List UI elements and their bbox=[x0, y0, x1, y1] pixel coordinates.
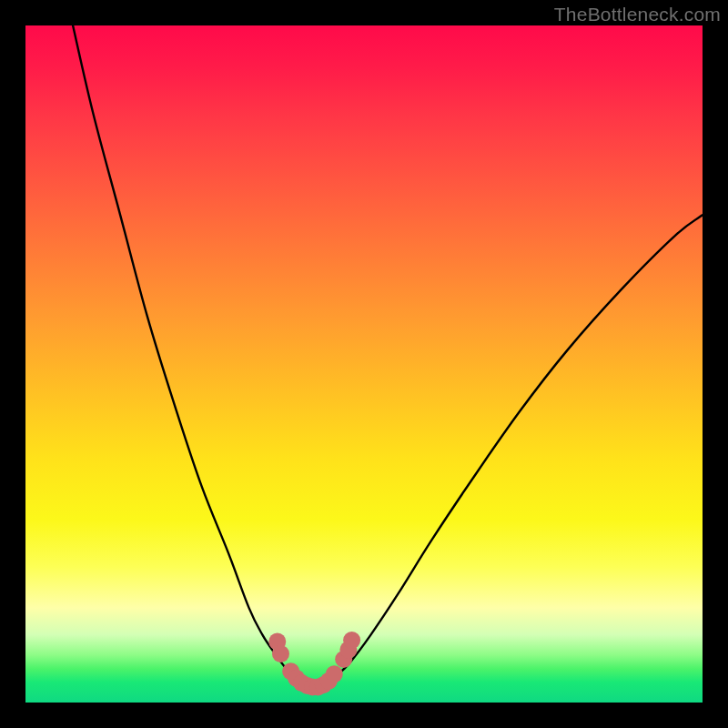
watermark-text: TheBottleneck.com bbox=[554, 4, 721, 25]
chart-svg bbox=[25, 25, 703, 703]
series-curve-right bbox=[323, 215, 703, 685]
plot-area bbox=[25, 25, 703, 703]
series-curve-left bbox=[73, 25, 307, 685]
highlight-dot bbox=[272, 645, 289, 662]
highlight-dot bbox=[343, 632, 360, 649]
highlight-dot bbox=[326, 665, 343, 682]
chart-frame: TheBottleneck.com bbox=[0, 0, 728, 728]
line-layer bbox=[73, 25, 703, 688]
